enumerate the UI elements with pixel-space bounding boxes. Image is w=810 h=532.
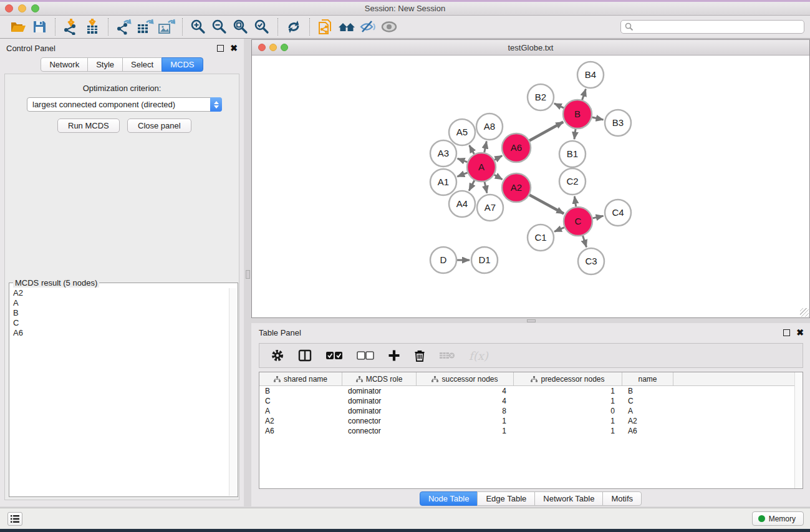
- graph-edge-C-C3[interactable]: [582, 236, 586, 247]
- zoom-out-icon[interactable]: [209, 17, 230, 36]
- table-cell[interactable]: dominator: [342, 407, 417, 415]
- new-network-from-selection-icon[interactable]: [315, 17, 336, 36]
- window-resize-grip[interactable]: [800, 308, 809, 317]
- table-cell[interactable]: 1: [417, 417, 514, 425]
- graph-node-A[interactable]: A: [467, 153, 496, 181]
- close-table-panel-icon[interactable]: ✖: [796, 329, 804, 336]
- vertical-splitter-handle[interactable]: [246, 270, 250, 279]
- delete-column-icon[interactable]: [414, 349, 425, 362]
- graph-node-A7[interactable]: A7: [477, 195, 503, 221]
- show-details-icon[interactable]: [378, 17, 400, 36]
- table-row[interactable]: A2connector11A2: [259, 416, 803, 426]
- close-panel-button[interactable]: Close panel: [127, 118, 191, 133]
- table-cell[interactable]: B: [259, 387, 342, 395]
- graph-edge-A2-C[interactable]: [529, 195, 564, 213]
- table-cell[interactable]: dominator: [342, 387, 417, 395]
- tab-select[interactable]: Select: [122, 57, 162, 72]
- node-table[interactable]: shared nameMCDS rolesuccessor nodesprede…: [259, 372, 803, 489]
- graph-node-B1[interactable]: B1: [559, 141, 586, 167]
- search-input[interactable]: [636, 22, 798, 31]
- graph-node-D[interactable]: D: [430, 247, 456, 273]
- graph-node-B2[interactable]: B2: [528, 84, 554, 110]
- float-panel-icon[interactable]: [217, 45, 224, 52]
- table-cell[interactable]: C: [622, 397, 673, 405]
- criterion-select[interactable]: largest connected component (directed): [27, 97, 222, 112]
- mcds-result-item[interactable]: A: [10, 298, 229, 308]
- graph-edge-A-A4[interactable]: [469, 180, 475, 191]
- graph-edge-B-B4[interactable]: [582, 89, 586, 100]
- graph-edge-C-C4[interactable]: [592, 216, 603, 218]
- table-cell[interactable]: 0: [514, 407, 622, 415]
- table-cell[interactable]: A2: [259, 417, 342, 425]
- graph-edge-C-C2[interactable]: [574, 196, 576, 206]
- graph-node-A5[interactable]: A5: [449, 119, 475, 145]
- graph-node-D1[interactable]: D1: [471, 247, 498, 273]
- table-cell[interactable]: 1: [514, 387, 622, 395]
- table-cell[interactable]: C: [259, 397, 342, 405]
- graph-node-B[interactable]: B: [563, 100, 592, 128]
- tab-node-table[interactable]: Node Table: [420, 491, 478, 506]
- graph-node-A6[interactable]: A6: [502, 133, 531, 162]
- first-neighbors-icon[interactable]: [336, 17, 357, 36]
- zoom-selected-icon[interactable]: [251, 17, 272, 36]
- table-cell[interactable]: 4: [417, 387, 514, 395]
- tab-mcds[interactable]: MCDS: [162, 57, 203, 72]
- table-cell[interactable]: 1: [417, 427, 514, 435]
- tab-network[interactable]: Network: [41, 57, 88, 72]
- table-cell[interactable]: A: [622, 407, 673, 415]
- table-row[interactable]: Adominator80A: [259, 406, 803, 416]
- memory-button[interactable]: Memory: [752, 511, 804, 526]
- graph-node-B3[interactable]: B3: [605, 110, 631, 136]
- graph-node-A8[interactable]: A8: [476, 114, 503, 140]
- graph-node-A3[interactable]: A3: [430, 140, 456, 167]
- graph-edge-A-A2[interactable]: [494, 175, 503, 180]
- graph-node-C3[interactable]: C3: [578, 248, 604, 274]
- column-header-predecessor-nodes[interactable]: predecessor nodes: [514, 372, 622, 385]
- search-field[interactable]: [620, 20, 804, 34]
- close-panel-icon[interactable]: ✖: [230, 45, 238, 52]
- select-all-checkboxes-icon[interactable]: [325, 351, 343, 360]
- graph-edge-A-A6[interactable]: [494, 156, 502, 160]
- table-cell[interactable]: connector: [342, 417, 417, 425]
- import-network-icon[interactable]: [60, 17, 82, 36]
- graph-edge-A-A3[interactable]: [458, 158, 468, 162]
- table-cell[interactable]: dominator: [342, 397, 417, 405]
- graph-node-A2[interactable]: A2: [502, 173, 531, 202]
- hide-details-icon[interactable]: [357, 17, 378, 36]
- table-row[interactable]: Cdominator41C: [259, 396, 803, 406]
- graph-node-A1[interactable]: A1: [430, 169, 456, 195]
- table-cell[interactable]: 8: [417, 407, 514, 415]
- graph-node-C4[interactable]: C4: [605, 200, 631, 226]
- table-row[interactable]: A6connector11A6: [259, 426, 803, 436]
- graph-node-B4[interactable]: B4: [577, 62, 604, 88]
- tab-motifs[interactable]: Motifs: [602, 491, 642, 506]
- tab-edge-table[interactable]: Edge Table: [477, 491, 535, 506]
- graph-edge-B-B1[interactable]: [574, 129, 576, 139]
- table-cell[interactable]: connector: [342, 427, 417, 435]
- table-row[interactable]: Bdominator41B: [259, 386, 803, 396]
- mcds-result-item[interactable]: A2: [10, 288, 229, 298]
- mcds-result-item[interactable]: C: [10, 318, 229, 328]
- task-history-button[interactable]: [7, 512, 22, 526]
- column-header-successor-nodes[interactable]: successor nodes: [417, 372, 514, 385]
- table-cell[interactable]: 4: [417, 397, 514, 405]
- graph-edge-A-A8[interactable]: [485, 142, 487, 153]
- open-session-icon[interactable]: [7, 17, 29, 36]
- tab-style[interactable]: Style: [87, 57, 123, 72]
- export-network-icon[interactable]: [113, 17, 135, 36]
- horizontal-splitter-handle[interactable]: [527, 319, 536, 322]
- table-settings-gear-icon[interactable]: [271, 349, 284, 362]
- graph-edge-C-C1[interactable]: [554, 228, 564, 232]
- graph-edge-A6-B[interactable]: [529, 122, 563, 141]
- show-column-icon[interactable]: [298, 349, 312, 362]
- graph-node-A4[interactable]: A4: [449, 191, 475, 217]
- zoom-fit-icon[interactable]: [230, 17, 251, 36]
- export-table-icon[interactable]: [135, 17, 156, 36]
- table-cell[interactable]: 1: [514, 417, 622, 425]
- column-header-MCDS-role[interactable]: MCDS role: [342, 372, 417, 385]
- import-table-icon[interactable]: [82, 17, 103, 36]
- add-column-icon[interactable]: [388, 349, 400, 362]
- table-cell[interactable]: B: [622, 387, 673, 395]
- column-header-shared-name[interactable]: shared name: [259, 372, 342, 385]
- mcds-result-item[interactable]: B: [10, 308, 229, 318]
